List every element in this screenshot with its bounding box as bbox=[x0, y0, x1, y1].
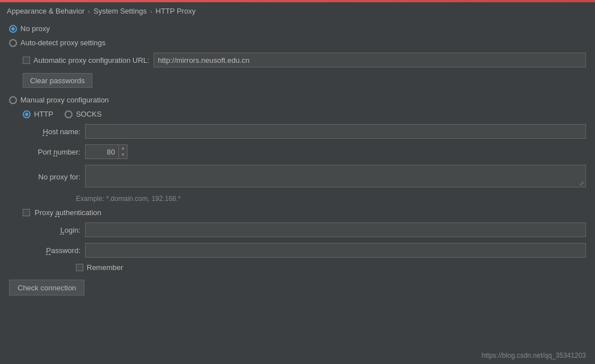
manual-section: HTTP SOCKS Host name: Port number: ▲ bbox=[9, 110, 586, 272]
auto-detect-row[interactable]: Auto-detect proxy settings bbox=[9, 38, 586, 47]
auto-detect-radio-group[interactable]: Auto-detect proxy settings bbox=[9, 38, 105, 47]
manual-proxy-row[interactable]: Manual proxy configuration bbox=[9, 96, 586, 104]
auto-detect-label[interactable]: Auto-detect proxy settings bbox=[20, 38, 105, 47]
no-proxy-textarea-wrapper: ⤢ bbox=[85, 165, 586, 189]
manual-proxy-label[interactable]: Manual proxy configuration bbox=[20, 96, 109, 104]
http-label[interactable]: HTTP bbox=[34, 110, 53, 118]
port-number-row: Port number: ▲ ▼ bbox=[9, 144, 586, 159]
port-number-label: Port number: bbox=[23, 148, 85, 156]
bottom-url: https://blog.csdn.net/qq_35341203 bbox=[482, 352, 586, 359]
auto-detect-radio[interactable] bbox=[9, 39, 17, 47]
proxy-auth-checkbox[interactable] bbox=[23, 209, 30, 216]
port-increment-button[interactable]: ▲ bbox=[119, 145, 127, 152]
breadcrumb-part3: HTTP Proxy bbox=[156, 7, 196, 15]
proxy-auth-label[interactable]: Proxy authentication bbox=[35, 208, 101, 217]
no-proxy-radio[interactable] bbox=[9, 25, 17, 33]
host-name-input[interactable] bbox=[85, 124, 586, 139]
remember-row[interactable]: Remember bbox=[9, 263, 586, 272]
auto-proxy-url-label: Automatic proxy configuration URL: bbox=[33, 56, 149, 65]
http-socks-row: HTTP SOCKS bbox=[9, 110, 586, 118]
no-proxy-for-input[interactable] bbox=[85, 165, 586, 187]
host-name-label: Host name: bbox=[23, 127, 85, 136]
port-spinners: ▲ ▼ bbox=[119, 144, 128, 159]
remember-checkbox[interactable] bbox=[76, 264, 83, 271]
auto-proxy-url-input[interactable] bbox=[154, 53, 586, 67]
port-wrapper: ▲ ▼ bbox=[85, 144, 128, 159]
http-radio[interactable] bbox=[23, 110, 31, 118]
manual-proxy-radio-group[interactable]: Manual proxy configuration bbox=[9, 96, 109, 104]
no-proxy-for-label: No proxy for: bbox=[23, 173, 85, 181]
breadcrumb-part1[interactable]: Appearance & Behavior bbox=[7, 7, 84, 15]
no-proxy-for-row: No proxy for: ⤢ bbox=[9, 165, 586, 189]
auto-proxy-url-checkbox[interactable] bbox=[23, 57, 30, 64]
port-number-input[interactable] bbox=[85, 144, 119, 159]
breadcrumb: Appearance & Behavior › System Settings … bbox=[0, 2, 595, 21]
login-label: Login: bbox=[23, 226, 85, 234]
socks-label[interactable]: SOCKS bbox=[76, 110, 102, 118]
check-connection-button[interactable]: Check connection bbox=[9, 280, 84, 296]
proxy-auth-row[interactable]: Proxy authentication bbox=[9, 208, 586, 217]
login-input[interactable] bbox=[85, 222, 586, 237]
expand-icon[interactable]: ⤢ bbox=[579, 180, 584, 187]
clear-passwords-button[interactable]: Clear passwords bbox=[23, 73, 92, 88]
http-radio-group[interactable]: HTTP bbox=[23, 110, 53, 118]
clear-passwords-row: Clear passwords bbox=[9, 73, 586, 88]
host-name-row: Host name: bbox=[9, 124, 586, 139]
auto-proxy-url-row: Automatic proxy configuration URL: bbox=[9, 53, 586, 67]
password-row: Password: bbox=[9, 243, 586, 258]
manual-proxy-radio[interactable] bbox=[9, 96, 17, 104]
port-decrement-button[interactable]: ▼ bbox=[119, 152, 127, 159]
breadcrumb-sep2: › bbox=[150, 8, 152, 15]
no-proxy-row[interactable]: No proxy bbox=[9, 24, 586, 33]
remember-label[interactable]: Remember bbox=[87, 263, 123, 272]
host-name-label-rest: ost name: bbox=[48, 127, 80, 136]
check-connection-row: Check connection bbox=[9, 280, 586, 296]
socks-radio-group[interactable]: SOCKS bbox=[65, 110, 102, 118]
password-label: Password: bbox=[23, 246, 85, 255]
login-row: Login: bbox=[9, 222, 586, 237]
breadcrumb-sep1: › bbox=[88, 8, 90, 15]
example-text: Example: *.domain.com, 192.168.* bbox=[9, 195, 586, 203]
password-input[interactable] bbox=[85, 243, 586, 258]
breadcrumb-part2[interactable]: System Settings bbox=[94, 7, 147, 15]
socks-radio[interactable] bbox=[65, 110, 73, 118]
no-proxy-radio-group[interactable]: No proxy bbox=[9, 24, 50, 33]
main-content: No proxy Auto-detect proxy settings Auto… bbox=[0, 21, 595, 310]
no-proxy-label[interactable]: No proxy bbox=[20, 24, 50, 33]
